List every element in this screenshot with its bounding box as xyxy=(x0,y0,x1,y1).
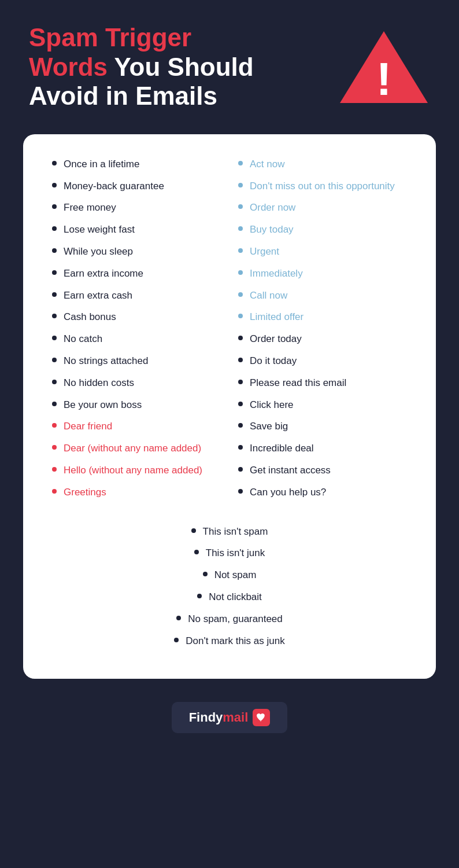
list-item: Get instant access xyxy=(238,464,407,477)
bullet-icon xyxy=(52,292,57,297)
list-item: Once in a lifetime xyxy=(52,157,221,171)
right-column: Act nowDon't miss out on this opportunit… xyxy=(238,157,407,507)
bullet-icon xyxy=(238,380,243,384)
list-item: Do it today xyxy=(238,354,407,368)
list-item: Free money xyxy=(52,201,221,215)
warning-icon: ! xyxy=(338,27,430,108)
list-item: Buy today xyxy=(238,223,407,237)
bullet-icon xyxy=(52,314,57,318)
list-item: Limited offer xyxy=(238,310,407,324)
list-item: Lose weight fast xyxy=(52,223,221,237)
list-item: Money-back guarantee xyxy=(52,179,221,193)
list-item: Can you help us? xyxy=(238,486,407,499)
bullet-icon xyxy=(238,336,243,340)
list-item: Be your own boss xyxy=(52,398,221,412)
bullet-icon xyxy=(238,270,243,275)
bullet-icon xyxy=(238,292,243,297)
bullet-icon xyxy=(52,467,57,472)
bullet-icon xyxy=(52,402,57,406)
list-item: Not clickbait xyxy=(197,590,262,604)
bullet-icon xyxy=(52,226,57,231)
list-item: Don't mark this as junk xyxy=(174,634,284,648)
list-item: No spam, guaranteed xyxy=(176,612,283,626)
bullet-icon xyxy=(238,314,243,318)
list-item: This isn't junk xyxy=(194,546,265,560)
page-header: Spam Trigger Words You Should Avoid in E… xyxy=(0,0,459,128)
bullet-icon xyxy=(52,336,57,340)
bullet-icon xyxy=(197,594,202,598)
list-item: Save big xyxy=(238,420,407,433)
list-item: No strings attached xyxy=(52,354,221,368)
two-column-list: Once in a lifetimeMoney-back guaranteeFr… xyxy=(52,157,407,507)
list-item: Earn extra income xyxy=(52,267,221,281)
brand-name: Findymail xyxy=(189,710,249,725)
bullet-icon xyxy=(52,380,57,384)
left-column: Once in a lifetimeMoney-back guaranteeFr… xyxy=(52,157,221,507)
list-item: No catch xyxy=(52,332,221,346)
list-item: While you sleep xyxy=(52,245,221,259)
bullet-icon xyxy=(52,183,57,187)
list-item: Earn extra cash xyxy=(52,289,221,303)
bullet-icon xyxy=(238,161,243,165)
list-item: Order today xyxy=(238,332,407,346)
list-item: Immediately xyxy=(238,267,407,281)
list-item: Incredible deal xyxy=(238,442,407,455)
bullet-icon xyxy=(238,183,243,187)
bullet-icon xyxy=(176,616,181,620)
list-item: No hidden costs xyxy=(52,376,221,390)
brand-badge: Findymail xyxy=(172,702,288,733)
bullet-icon xyxy=(52,423,57,428)
list-item: Click here xyxy=(238,398,407,412)
list-item: Dear friend xyxy=(52,420,221,433)
bullet-icon xyxy=(52,248,57,253)
bullet-icon xyxy=(52,270,57,275)
bullet-icon xyxy=(194,550,199,554)
page-title: Spam Trigger Words You Should Avoid in E… xyxy=(29,23,272,111)
list-item: Please read this email xyxy=(238,376,407,390)
bullet-icon xyxy=(52,445,57,450)
heart-icon xyxy=(253,709,270,726)
list-item: This isn't spam xyxy=(191,525,268,539)
bullet-icon xyxy=(238,358,243,362)
bullet-icon xyxy=(238,204,243,209)
list-item: Act now xyxy=(238,157,407,171)
bullet-icon xyxy=(238,226,243,231)
svg-text:!: ! xyxy=(376,53,392,105)
bullet-icon xyxy=(238,423,243,428)
bullet-icon xyxy=(52,489,57,494)
bullet-icon xyxy=(238,489,243,494)
page-footer: Findymail xyxy=(0,690,459,751)
bullet-icon xyxy=(52,358,57,362)
list-item: Not spam xyxy=(203,568,257,582)
list-item: Order now xyxy=(238,201,407,215)
bullet-icon xyxy=(238,467,243,472)
bullet-icon xyxy=(52,161,57,165)
list-item: Urgent xyxy=(238,245,407,259)
bottom-list: This isn't spamThis isn't junkNot spamNo… xyxy=(52,525,407,656)
bullet-icon xyxy=(203,572,208,576)
list-item: Hello (without any name added) xyxy=(52,464,221,477)
content-card: Once in a lifetimeMoney-back guaranteeFr… xyxy=(23,134,436,679)
list-item: Dear (without any name added) xyxy=(52,442,221,455)
bullet-icon xyxy=(52,204,57,209)
list-item: Cash bonus xyxy=(52,310,221,324)
bullet-icon xyxy=(174,638,179,642)
bullet-icon xyxy=(238,402,243,406)
list-item: Greetings xyxy=(52,486,221,499)
list-item: Call now xyxy=(238,289,407,303)
bullet-icon xyxy=(238,445,243,450)
bullet-icon xyxy=(238,248,243,253)
list-item: Don't miss out on this opportunity xyxy=(238,179,407,193)
bullet-icon xyxy=(191,528,196,533)
